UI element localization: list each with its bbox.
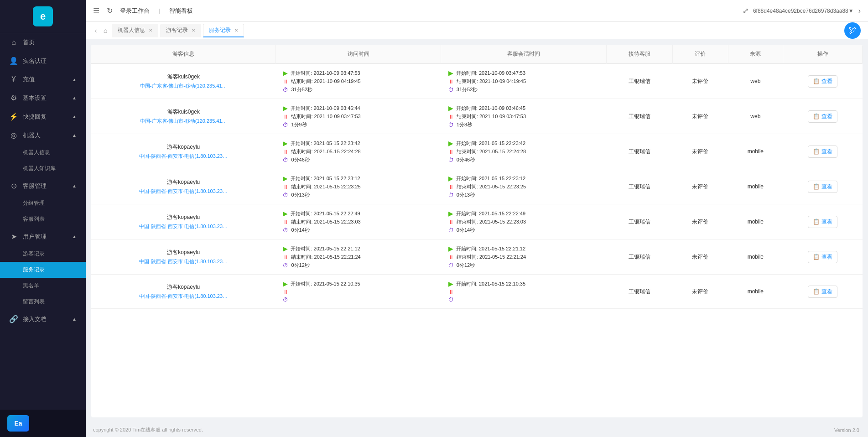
tab-robot-info[interactable]: 机器人信息 ✕ [112, 24, 158, 37]
visit-duration: 0分14秒 [291, 227, 309, 234]
view-label: 查看 [821, 218, 832, 226]
source-value: web [750, 113, 760, 120]
sidebar-item-agent-list[interactable]: 客服列表 [0, 211, 86, 227]
cell-visit-time: ▶开始时间: 2021-10-09 03:46:44 ⏸结束时间: 2021-1… [275, 99, 441, 134]
separator: | [159, 7, 160, 14]
cell-source: mobile [728, 275, 783, 309]
col-source: 来源 [728, 45, 783, 64]
agent-name: 工银瑞信 [629, 288, 650, 295]
sidebar-item-realname[interactable]: 👤 实名认证 [0, 52, 86, 70]
visitor-location: 中国-陕西省-西安市-电信(1.80.103.23… [99, 153, 268, 160]
cell-agent: 工银瑞信 [606, 169, 672, 204]
view-button[interactable]: 📋 查看 [808, 286, 837, 298]
tab-close-icon[interactable]: ✕ [149, 28, 152, 33]
view-button[interactable]: 📋 查看 [808, 251, 837, 263]
tab-close-icon[interactable]: ✕ [192, 28, 195, 33]
visitor-location: 中国-陕西省-西安市-电信(1.80.103.23… [99, 188, 268, 195]
end-dot-icon: ⏸ [283, 184, 288, 190]
refresh-icon[interactable]: ↻ [107, 6, 113, 15]
bird-icon[interactable]: 🕊 [844, 22, 861, 39]
cell-visitor-info: 游客kuis0gek 中国-广东省-佛山市-移动(120.235.41… [91, 64, 275, 99]
quick-icon: ⚡ [9, 112, 18, 121]
start-dot-icon: ▶ [283, 280, 288, 287]
sidebar-item-message-list[interactable]: 留言列表 [0, 294, 86, 310]
cell-chat-time: ▶开始时间: 2021-10-09 03:46:45 ⏸结束时间: 2021-1… [441, 99, 606, 134]
tab-label: 机器人信息 [118, 26, 145, 34]
agent-name: 工银瑞信 [629, 183, 650, 190]
sidebar-item-recharge[interactable]: ¥ 充值 ▲ [0, 70, 86, 88]
visit-start-time: 开始时间: 2021-05-15 22:23:12 [291, 175, 360, 182]
view-button[interactable]: 📋 查看 [808, 75, 837, 88]
visitor-location: 中国-陕西省-西安市-电信(1.80.103.23… [99, 223, 268, 230]
chat-start-time: 开始时间: 2021-05-15 22:23:12 [456, 175, 525, 182]
col-chat-time: 客服会话时间 [441, 45, 606, 64]
sidebar-item-group-mgmt[interactable]: 分组管理 [0, 195, 86, 211]
visitor-name: 游客kopaeylu [99, 283, 268, 291]
col-action: 操作 [783, 45, 863, 64]
sidebar-item-label: 快捷回复 [23, 113, 47, 121]
view-button[interactable]: 📋 查看 [808, 146, 837, 158]
chat-end-time: 结束时间: 2021-05-15 22:24:28 [457, 148, 526, 155]
tab-close-icon[interactable]: ✕ [234, 28, 238, 33]
visit-duration: 0分13秒 [291, 192, 309, 198]
chat-end-dot-icon: ⏸ [448, 289, 454, 295]
sidebar-item-robot[interactable]: ◎ 机器人 ▲ [0, 126, 86, 145]
topbar-right: ⤢ 6f88d4e48a4ce92bce76d26978d3aa88▼ › [743, 6, 861, 15]
login-workspace-link[interactable]: 登录工作台 [120, 7, 150, 15]
start-dot-icon: ▶ [283, 210, 288, 217]
start-dot-icon: ▶ [283, 140, 288, 147]
view-button[interactable]: 📋 查看 [808, 110, 837, 123]
tabs-right: 🕊 [844, 22, 861, 39]
sidebar-item-docs[interactable]: 🔗 接入文档 ▲ [0, 310, 86, 328]
view-button[interactable]: 📋 查看 [808, 216, 837, 228]
chevron-down-icon: ▲ [72, 133, 77, 138]
visit-start-time: 开始时间: 2021-05-15 22:22:49 [291, 210, 360, 217]
chat-duration-dot-icon: ⏱ [448, 192, 454, 198]
chevron-down-icon: ▲ [72, 234, 77, 239]
col-visitor-info: 游客信息 [91, 45, 275, 64]
sidebar-item-robot-kb[interactable]: 机器人知识库 [0, 161, 86, 177]
view-icon: 📋 [813, 78, 820, 84]
view-label: 查看 [821, 288, 832, 296]
sidebar-item-robot-info[interactable]: 机器人信息 [0, 145, 86, 161]
ea-logo: Ea [7, 415, 29, 432]
source-value: web [750, 78, 760, 84]
cell-agent: 工银瑞信 [606, 64, 672, 99]
chat-start-time: 开始时间: 2021-10-09 03:47:53 [456, 70, 525, 77]
cell-source: mobile [728, 239, 783, 275]
page-footer: copyright © 2020 Tim在线客服 all rights rese… [86, 423, 868, 437]
chat-duration-dot-icon: ⏱ [448, 122, 454, 128]
sidebar-item-home[interactable]: ⌂ 首页 [0, 33, 86, 52]
sidebar-item-basic-settings[interactable]: ⚙ 基本设置 ▲ [0, 88, 86, 107]
logo-icon: e [33, 6, 53, 26]
agent-name: 工银瑞信 [629, 113, 650, 120]
user-hash[interactable]: 6f88d4e48a4ce92bce76d26978d3aa88▼ [753, 8, 854, 14]
tab-visitor-record[interactable]: 游客记录 ✕ [160, 24, 201, 37]
smart-panel-link[interactable]: 智能看板 [169, 7, 193, 15]
chat-duration: 1分8秒 [457, 121, 472, 128]
cell-action: 📋 查看 [783, 169, 863, 204]
sidebar-item-customer-mgmt[interactable]: ⊙ 客服管理 ▲ [0, 177, 86, 195]
sidebar-item-service-record[interactable]: 服务记录 [0, 262, 86, 278]
cell-action: 📋 查看 [783, 275, 863, 309]
table-row: 游客kopaeylu 中国-陕西省-西安市-电信(1.80.103.23… ▶开… [91, 239, 863, 275]
cell-action: 📋 查看 [783, 239, 863, 275]
sidebar-item-blacklist[interactable]: 黑名单 [0, 278, 86, 294]
menu-icon[interactable]: ☰ [93, 6, 99, 15]
expand-icon[interactable]: ⤢ [743, 6, 748, 15]
view-button[interactable]: 📋 查看 [808, 181, 837, 193]
sidebar-item-user-mgmt[interactable]: ➤ 用户管理 ▲ [0, 227, 86, 246]
sidebar-item-visitor-record[interactable]: 游客记录 [0, 246, 86, 262]
sidebar-item-quick-reply[interactable]: ⚡ 快捷回复 ▲ [0, 107, 86, 126]
view-label: 查看 [821, 148, 832, 156]
agent-name: 工银瑞信 [629, 218, 650, 225]
chat-end-dot-icon: ⏸ [448, 114, 454, 120]
view-icon: 📋 [813, 254, 820, 260]
tab-back-btn[interactable]: ‹ [93, 27, 99, 34]
visitor-location: 中国-广东省-佛山市-移动(120.235.41… [99, 118, 268, 125]
table-row: 游客kuis0gek 中国-广东省-佛山市-移动(120.235.41… ▶开始… [91, 99, 863, 134]
person-icon: 👤 [9, 57, 18, 65]
tab-service-record[interactable]: 服务记录 ✕ [203, 24, 244, 37]
tab-home-btn[interactable]: ⌂ [101, 27, 110, 34]
chevron-right-icon[interactable]: › [858, 7, 861, 15]
